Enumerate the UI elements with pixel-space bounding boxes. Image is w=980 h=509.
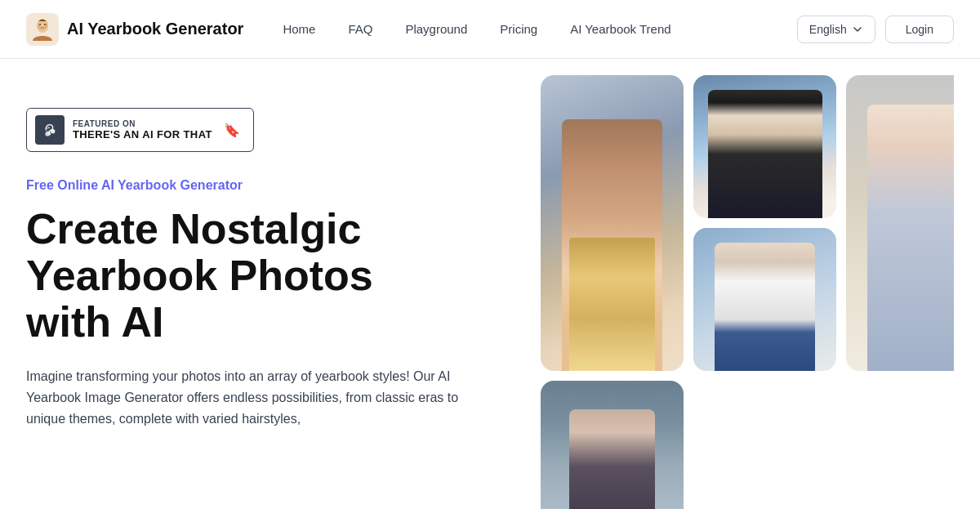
- logo-icon: [26, 13, 59, 46]
- headline-line1: Create Nostalgic: [26, 205, 361, 252]
- hero-photos: [532, 59, 954, 509]
- main-nav: Home FAQ Playground Pricing AI Yearbook …: [283, 22, 796, 36]
- photo-card-2: [693, 75, 836, 218]
- svg-point-5: [44, 24, 46, 25]
- login-button[interactable]: Login: [885, 16, 954, 43]
- bookmark-icon: 🔖: [224, 123, 240, 138]
- language-label: English: [809, 23, 847, 36]
- main-content: FEATURED ON THERE'S AN AI FOR THAT 🔖 Fre…: [0, 59, 980, 509]
- featured-badge: FEATURED ON THERE'S AN AI FOR THAT 🔖: [26, 108, 254, 152]
- logo-text: AI Yearbook Generator: [67, 20, 243, 38]
- nav-pricing[interactable]: Pricing: [500, 22, 537, 36]
- language-selector[interactable]: English: [797, 16, 875, 43]
- photo-card-5: [541, 381, 684, 509]
- photo-card-4: [693, 228, 836, 371]
- chevron-down-icon: [852, 24, 863, 35]
- photo-person-4: [693, 228, 836, 371]
- nav-trend[interactable]: AI Yearbook Trend: [570, 22, 670, 36]
- header: AI Yearbook Generator Home FAQ Playgroun…: [0, 0, 980, 59]
- nav-playground[interactable]: Playground: [405, 22, 467, 36]
- hero-tagline: Free Online AI Yearbook Generator: [26, 178, 500, 193]
- headline-line2: Yearbook Photos: [26, 252, 373, 299]
- photo-card-1: [541, 75, 684, 371]
- photo-person-1: [541, 75, 684, 371]
- svg-point-6: [51, 129, 55, 134]
- hero-headline: Create Nostalgic Yearbook Photos with AI: [26, 206, 500, 346]
- nav-faq[interactable]: FAQ: [348, 22, 372, 36]
- svg-point-4: [39, 24, 41, 25]
- headline-line3: with AI: [26, 298, 164, 346]
- hero-description: Imagine transforming your photos into an…: [26, 366, 483, 431]
- badge-text-area: FEATURED ON THERE'S AN AI FOR THAT: [73, 119, 212, 141]
- logo-link[interactable]: AI Yearbook Generator: [26, 13, 243, 46]
- badge-name: THERE'S AN AI FOR THAT: [73, 128, 212, 141]
- header-right: English Login: [797, 16, 954, 43]
- photo-card-3: [846, 75, 954, 371]
- photo-person-3: [846, 75, 954, 371]
- photo-grid: [541, 75, 954, 509]
- badge-featured-on: FEATURED ON: [73, 119, 212, 128]
- photo-person-5: [541, 381, 684, 509]
- badge-icon: [35, 115, 65, 145]
- photo-person-2: [693, 75, 836, 218]
- hero-content: FEATURED ON THERE'S AN AI FOR THAT 🔖 Fre…: [26, 59, 532, 509]
- nav-home[interactable]: Home: [283, 22, 315, 36]
